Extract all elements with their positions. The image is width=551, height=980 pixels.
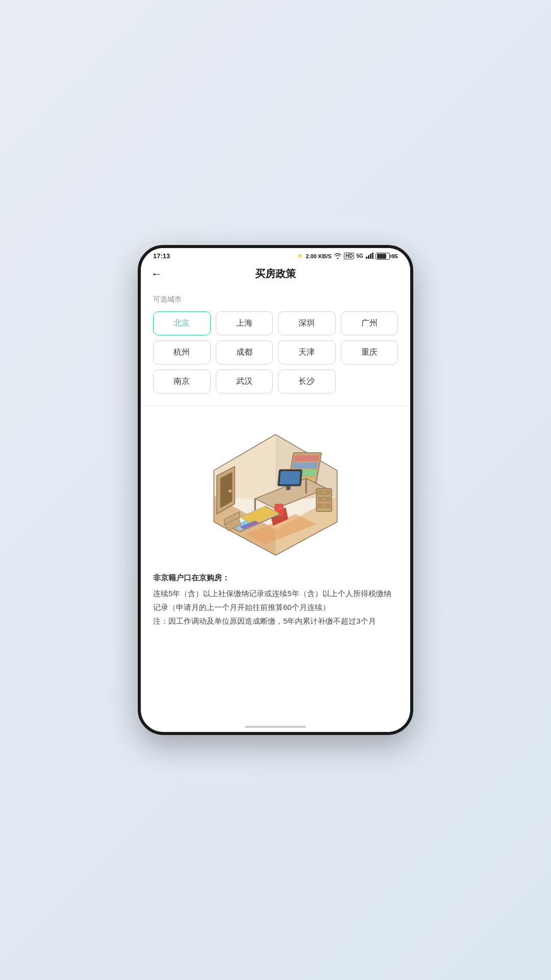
main-content: 可选城市 北京上海深圳广州杭州成都天津重庆南京武汉长沙	[141, 287, 410, 726]
status-time: 17:13	[153, 252, 170, 260]
hd-label: HD	[344, 253, 354, 259]
back-button[interactable]: ←	[151, 267, 162, 281]
svg-rect-2	[370, 254, 371, 259]
home-indicator	[245, 726, 306, 728]
city-btn-成都[interactable]: 成都	[216, 340, 273, 364]
battery-icon	[375, 253, 390, 260]
phone-screen: 17:13 ⚡ 2.00 KB/S HD 5G	[141, 248, 410, 732]
city-section-label: 可选城市	[153, 295, 398, 304]
section-divider	[141, 406, 410, 406]
city-btn-天津[interactable]: 天津	[278, 340, 336, 364]
city-btn-南京[interactable]: 南京	[153, 370, 211, 394]
city-btn-长沙[interactable]: 长沙	[278, 370, 336, 394]
wifi-icon	[334, 253, 342, 260]
city-btn-上海[interactable]: 上海	[216, 311, 273, 335]
city-btn-武汉[interactable]: 武汉	[216, 370, 273, 394]
page-title: 买房政策	[255, 267, 296, 281]
room-illustration	[141, 414, 410, 562]
city-btn-北京[interactable]: 北京	[153, 311, 211, 335]
network-speed: 2.00 KB/S	[306, 253, 332, 259]
svg-rect-3	[372, 253, 373, 259]
policy-text: 非京籍户口在京购房： 连续5年（含）以上社保缴纳记录或连续5年（含）以上个人所得…	[141, 562, 410, 636]
signal-bars-icon	[365, 253, 373, 260]
svg-point-31	[323, 492, 325, 494]
city-btn-杭州[interactable]: 杭州	[153, 340, 211, 364]
svg-rect-14	[293, 455, 319, 461]
policy-line-1: 注：因工作调动及单位原因造成断缴，5年内累计补缴不超过3个月	[153, 614, 398, 628]
room-svg	[204, 425, 347, 557]
policy-title: 非京籍户口在京购房：	[153, 571, 398, 584]
svg-point-32	[323, 498, 325, 500]
signal-label: 5G	[356, 253, 363, 259]
city-btn-广州[interactable]: 广州	[341, 311, 398, 335]
svg-rect-24	[286, 486, 291, 490]
status-bar: 17:13 ⚡ 2.00 KB/S HD 5G	[141, 248, 410, 262]
policy-body: 连续5年（含）以上社保缴纳记录或连续5年（含）以上个人所得税缴纳记录（申请月的上…	[153, 586, 398, 628]
city-section: 可选城市 北京上海深圳广州杭州成都天津重庆南京武汉长沙	[141, 287, 410, 398]
city-btn-深圳[interactable]: 深圳	[278, 311, 336, 335]
bluetooth-icon: ⚡	[296, 253, 304, 259]
svg-rect-15	[292, 462, 318, 469]
svg-rect-1	[368, 255, 369, 259]
policy-line-0: 连续5年（含）以上社保缴纳记录或连续5年（含）以上个人所得税缴纳记录（申请月的上…	[153, 586, 398, 614]
city-btn-重庆[interactable]: 重庆	[341, 340, 398, 364]
page-header: ← 买房政策	[141, 262, 410, 287]
svg-rect-0	[366, 257, 367, 259]
status-icons: ⚡ 2.00 KB/S HD 5G	[296, 253, 398, 260]
city-grid: 北京上海深圳广州杭州成都天津重庆南京武汉长沙	[153, 311, 398, 394]
battery-percent: 95	[392, 253, 398, 259]
phone-shell: 17:13 ⚡ 2.00 KB/S HD 5G	[138, 245, 413, 735]
svg-point-12	[229, 489, 232, 493]
svg-rect-23	[280, 471, 300, 484]
svg-point-33	[323, 505, 325, 507]
